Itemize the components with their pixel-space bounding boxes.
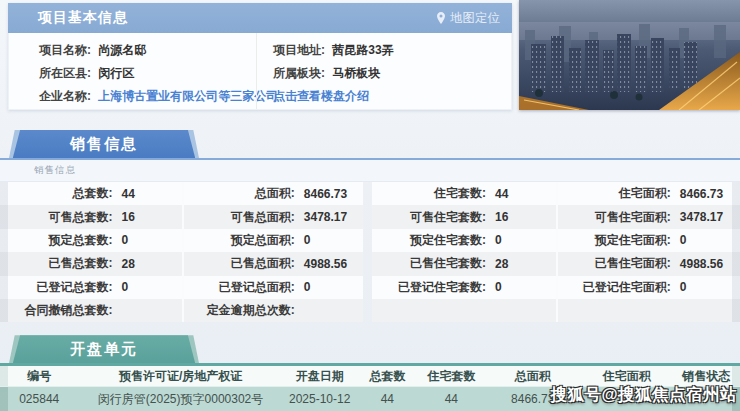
cell-value: 4988.56 [680,257,723,271]
cell-label: 可售住宅面积: [558,209,671,226]
column-header: 住宅面积 [581,368,673,385]
cell-label: 预定住宅套数: [372,232,486,249]
cell-label: 已登记总套数: [0,279,113,296]
cell-label: 预定总面积: [184,232,295,249]
cell-value: 16 [495,210,508,224]
field-label: 项目名称: [39,43,91,57]
view-intro-link[interactable]: 点击查看楼盘介绍 [273,89,369,103]
project-info-left-column: 项目名称: 尚源名邸 所在区县: 闵行区 企业名称: 上海博古置业有限公司等三家… [9,33,256,109]
cell-value: 28 [495,257,508,271]
field-label: 所在区县: [39,66,91,80]
project-info-header: 项目基本信息 地图定位 [8,3,512,33]
cell-value: 3478.17 [680,210,723,224]
cell-label: 总套数: [0,185,113,202]
sales-row: 总套数:44 总面积:8466.73 住宅套数:44 住宅面积:8466.73 [0,182,740,205]
sales-row: 预定总套数:0 预定总面积:0 预定住宅套数:0 预定住宅面积:0 [0,229,740,252]
cell-label: 合同撤销总套数: [0,302,113,319]
cell-value: 0 [122,233,129,247]
column-header: 销售状态 [673,368,740,385]
cell-label: 住宅面积: [558,185,671,202]
project-info-panel: 项目基本信息 地图定位 项目名称: 尚源名邸 所在区县: 闵行区 企业名称 [8,3,512,110]
sales-section-tab: 销售信息 [9,130,199,158]
map-pin-icon [436,12,446,24]
sales-row: 可售总套数:16 可售总面积:3478.17 可售住宅套数:16 可售住宅面积:… [0,205,740,228]
field-value: 闵行区 [98,66,134,80]
field-label: 项目地址: [273,43,325,57]
cell-label: 可售住宅套数: [372,209,486,226]
cell-value: 8466.73 [304,187,347,201]
field-label: 企业名称: [39,89,91,103]
district-field: 所在区县: 闵行区 [39,62,256,85]
cell-value: 44 [495,187,508,201]
map-link-label: 地图定位 [450,10,500,27]
cell-label: 可售总套数: [0,209,113,226]
project-info-right-column: 项目地址: 茜昆路33弄 所属板块: 马桥板块 点击查看楼盘介绍 [256,33,511,109]
page-title: 项目基本信息 [38,9,128,27]
sales-row: 合同撤销总套数: 定金逾期总次数: [0,299,740,322]
cell-value: 8466.73 [680,187,723,201]
cell-label: 已登记住宅面积: [558,279,671,296]
project-name-field: 项目名称: 尚源名邸 [39,39,256,62]
row-cell-total-units: 44 [357,392,418,406]
field-value: 茜昆路33弄 [332,43,393,57]
column-header: 编号 [0,368,78,385]
opening-section-tab: 开盘单元 [9,335,199,363]
row-cell-permit: 闵行房管(2025)预字0000302号 [78,391,282,408]
address-field: 项目地址: 茜昆路33弄 [273,39,511,62]
watermark: 搜狐号@搜狐焦点宿州站 [550,384,737,406]
cell-label: 可售总面积: [184,209,295,226]
column-header: 住宅套数 [418,368,485,385]
sales-section-title: 销售信息 [9,130,199,158]
cell-label: 已登记住宅套数: [372,279,486,296]
plate-field: 所属板块: 马桥板块 [273,62,511,85]
cell-label: 定金逾期总次数: [184,302,295,319]
cell-label: 预定总套数: [0,232,113,249]
row-cell-number: 025844 [0,392,78,406]
cell-label: 预定住宅面积: [558,232,671,249]
sales-row: 已登记总套数:0 已登记总面积:0 已登记住宅套数:0 已登记住宅面积:0 [0,276,740,299]
field-label: 所属板块: [273,66,325,80]
project-info-body: 项目名称: 尚源名邸 所在区县: 闵行区 企业名称: 上海博古置业有限公司等三家… [8,33,512,110]
intro-field: 点击查看楼盘介绍 [273,85,511,108]
cell-label: 已售住宅面积: [558,255,671,272]
row-cell-res-units: 44 [418,392,485,406]
cell-value: 0 [680,280,687,294]
sales-sub-label-bar: 销售信息 [0,160,740,182]
cell-value: 3478.17 [304,210,347,224]
cell-value: 0 [495,280,502,294]
map-location-link[interactable]: 地图定位 [436,10,500,27]
cell-value: 0 [680,233,687,247]
cell-value: 0 [495,233,502,247]
cell-value: 28 [122,257,135,271]
column-header: 总面积 [485,368,581,385]
sales-row: 已售总套数:28 已售总面积:4988.56 已售住宅套数:28 已售住宅面积:… [0,252,740,275]
field-value: 尚源名邸 [98,43,146,57]
opening-section-title: 开盘单元 [9,335,199,363]
cell-value: 16 [122,210,135,224]
cell-label: 已售总面积: [184,255,295,272]
cell-value: 0 [122,280,129,294]
cell-value: 0 [304,280,311,294]
sales-sub-label: 销售信息 [34,164,76,177]
top-section: 项目基本信息 地图定位 项目名称: 尚源名邸 所在区县: 闵行区 企业名称 [0,0,740,117]
column-header: 开盘日期 [283,368,357,385]
field-value: 马桥板块 [332,66,380,80]
sales-grid: 总套数:44 总面积:8466.73 住宅套数:44 住宅面积:8466.73 … [0,182,740,322]
project-photo [519,0,740,110]
cell-value: 44 [122,187,135,201]
cell-label: 已售住宅套数: [372,255,486,272]
column-header: 预售许可证/房地产权证 [78,368,282,385]
company-name-link[interactable]: 上海博古置业有限公司等三家公司 [98,89,278,103]
cell-value: 0 [304,233,311,247]
cell-value: 4988.56 [304,257,347,271]
row-cell-date: 2025-10-12 [283,392,357,406]
company-field: 企业名称: 上海博古置业有限公司等三家公司 [39,85,256,108]
cell-label: 总面积: [184,185,295,202]
cell-label: 住宅套数: [372,185,486,202]
cell-label: 已登记总面积: [184,279,295,296]
cell-label: 已售总套数: [0,255,113,272]
column-header: 总套数 [357,368,418,385]
